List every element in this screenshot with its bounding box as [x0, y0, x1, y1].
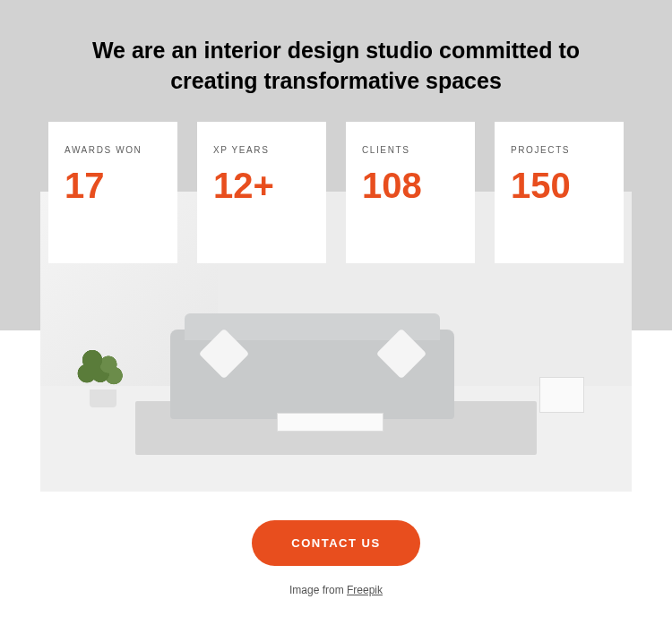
- plant-icon: [76, 345, 130, 407]
- stat-label: XP YEARS: [213, 145, 310, 155]
- stats-row: AWARDS WON 17 XP YEARS 12+ CLIENTS 108 P…: [0, 122, 672, 263]
- credit-link[interactable]: Freepik: [347, 584, 383, 596]
- image-credit: Image from Freepik: [0, 584, 672, 596]
- credit-prefix: Image from: [289, 584, 347, 596]
- stat-label: CLIENTS: [362, 145, 459, 155]
- stat-label: AWARDS WON: [65, 145, 161, 155]
- stat-label: PROJECTS: [511, 145, 607, 155]
- cta-section: CONTACT US Image from Freepik: [0, 492, 672, 596]
- stat-card-xp: XP YEARS 12+: [197, 122, 326, 263]
- stat-card-projects: PROJECTS 150: [495, 122, 624, 263]
- stat-value: 12+: [213, 167, 310, 203]
- stat-card-awards: AWARDS WON 17: [48, 122, 177, 263]
- contact-us-button[interactable]: CONTACT US: [252, 520, 419, 566]
- stat-value: 150: [511, 167, 607, 203]
- hero-section: We are an interior design studio committ…: [0, 0, 672, 263]
- page-heading: We are an interior design studio committ…: [85, 36, 587, 97]
- stat-value: 108: [362, 167, 459, 203]
- stat-card-clients: CLIENTS 108: [346, 122, 475, 263]
- stat-value: 17: [65, 167, 161, 203]
